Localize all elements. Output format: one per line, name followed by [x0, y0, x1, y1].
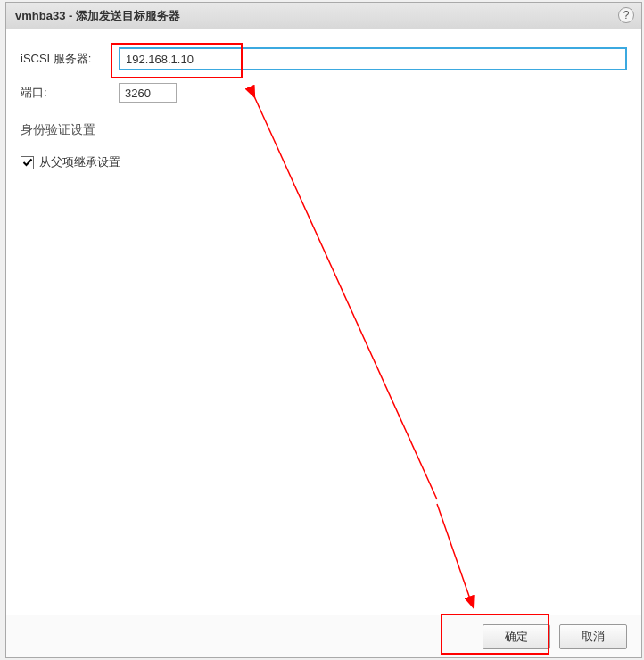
help-icon[interactable]: ?: [618, 7, 634, 23]
checkmark-icon: [22, 157, 33, 168]
auth-section-header: 身份验证设置: [21, 122, 627, 138]
inherit-checkbox[interactable]: [21, 156, 34, 169]
dialog-window: vmhba33 - 添加发送目标服务器 ? iSCSI 服务器: 端口: 身份验…: [5, 2, 642, 658]
cancel-button[interactable]: 取消: [559, 624, 627, 649]
port-input[interactable]: [119, 83, 177, 103]
iscsi-row: iSCSI 服务器:: [21, 47, 627, 70]
iscsi-server-input[interactable]: [119, 47, 627, 70]
ok-button[interactable]: 确定: [483, 624, 550, 649]
iscsi-label: iSCSI 服务器:: [21, 51, 119, 67]
dialog-content: iSCSI 服务器: 端口: 身份验证设置 从父项继承设置: [6, 29, 641, 615]
inherit-label: 从父项继承设置: [39, 154, 120, 170]
window-title: vmhba33 - 添加发送目标服务器: [15, 8, 180, 24]
titlebar: vmhba33 - 添加发送目标服务器 ?: [6, 3, 641, 29]
port-label: 端口:: [21, 85, 119, 101]
port-row: 端口:: [21, 83, 627, 103]
dialog-footer: 确定 取消: [6, 615, 641, 657]
inherit-checkbox-row: 从父项继承设置: [21, 154, 627, 170]
